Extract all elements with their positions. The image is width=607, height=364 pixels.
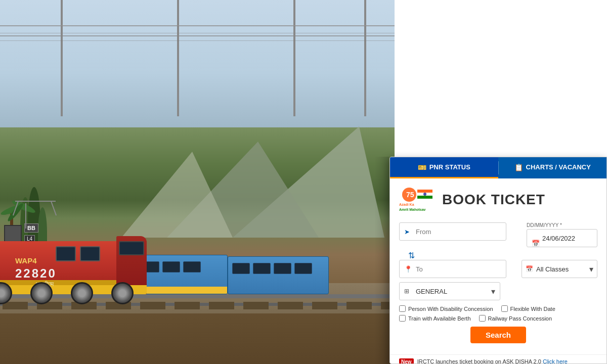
chart-icon: 📋 — [514, 163, 523, 171]
locomotive: CAB.1 WAP4 22820 आरपीएम दरे — [0, 229, 147, 294]
search-button[interactable]: Search — [470, 327, 526, 343]
svg-point-5 — [423, 193, 426, 196]
pantograph-horiz — [15, 201, 56, 202]
location-to-icon: 📍 — [404, 265, 412, 273]
svg-text:Amrit Mahotsav: Amrit Mahotsav — [399, 208, 426, 211]
pantograph-vert — [25, 203, 26, 229]
date-label: DD/MM/YYYY * — [527, 222, 597, 228]
news-item-1: New IRCTC launches ticket booking on ASK… — [399, 358, 597, 364]
quota-row: ⊞ GENERAL TATKAL PREMIUM TATKAL LADIES L… — [399, 282, 597, 300]
wheel-4 — [111, 282, 134, 304]
book-ticket-title: BOOK TICKET — [442, 192, 545, 208]
checkboxes-row: Person With Disability Concession Flexib… — [399, 305, 597, 322]
wheel-2 — [30, 282, 53, 304]
svg-rect-2 — [417, 190, 432, 193]
news-text-1: IRCTC launches ticket booking on ASK DIS… — [417, 358, 543, 364]
new-badge-1: New — [399, 358, 414, 364]
news-link-1[interactable]: Click here — [543, 358, 568, 364]
disability-concession-input[interactable] — [399, 305, 406, 312]
tab-charts-vacancy[interactable]: 📋 CHARTS / VACANCY — [499, 157, 607, 178]
train-car-3 — [228, 256, 329, 294]
svg-rect-4 — [417, 196, 432, 199]
tab-pnr-status[interactable]: 🎫 PNR STATUS — [390, 157, 498, 178]
location-from-icon: ➤ — [404, 228, 410, 236]
power-pole-4 — [364, 0, 366, 116]
irctc-panel: 🎫 PNR STATUS 📋 CHARTS / VACANCY 75 — [389, 157, 607, 364]
calendar-icon: 📅 — [532, 239, 540, 247]
available-berth-checkbox[interactable]: Train with Available Berth — [399, 315, 471, 322]
panel-header: 75 Azadi Ka Amrit Mahotsav BOOK TICKET — [399, 186, 597, 213]
news-section: New IRCTC launches ticket booking on ASK… — [390, 354, 606, 364]
from-date-row: ➤ DD/MM/YYYY * 📅 — [399, 222, 597, 247]
to-classes-row: 📍 📅 All Classes SL 3A 2A 1A CC EC 2S ▾ — [399, 260, 597, 278]
from-wrapper: ➤ — [399, 222, 522, 241]
power-line-2 — [0, 35, 395, 36]
train-scene: BB L4 — [0, 0, 395, 364]
date-wrapper: DD/MM/YYYY * 📅 — [527, 222, 597, 247]
azadi-logo: 75 Azadi Ka Amrit Mahotsav — [399, 186, 435, 213]
wire-1 — [0, 25, 395, 26]
wire-2 — [0, 33, 395, 33]
pnr-tab-label: PNR STATUS — [429, 163, 470, 171]
available-berth-label: Train with Available Berth — [408, 315, 471, 322]
pantograph-diag-2 — [51, 201, 57, 216]
available-berth-input[interactable] — [399, 315, 406, 322]
quota-wrapper: ⊞ GENERAL TATKAL PREMIUM TATKAL LADIES L… — [399, 282, 500, 300]
train-number-label: 22820 — [15, 266, 57, 281]
flexible-date-input[interactable] — [501, 305, 508, 312]
flexible-date-label: Flexible With Date — [510, 306, 555, 312]
panel-body: 75 Azadi Ka Amrit Mahotsav BOOK TICKET ➤ — [390, 178, 606, 354]
mountain-3 — [121, 152, 233, 238]
ticket-icon: 🎫 — [418, 163, 426, 171]
to-input[interactable] — [399, 260, 506, 278]
railway-pass-label: Railway Pass Concession — [488, 315, 552, 322]
power-pole-3 — [293, 0, 295, 116]
disability-concession-label: Person With Disability Concession — [408, 306, 493, 312]
disability-concession-checkbox[interactable]: Person With Disability Concession — [399, 305, 493, 312]
svg-text:75: 75 — [406, 191, 414, 199]
panel-tabs: 🎫 PNR STATUS 📋 CHARTS / VACANCY — [390, 157, 606, 178]
quota-select[interactable]: GENERAL TATKAL PREMIUM TATKAL LADIES LOW… — [399, 282, 500, 300]
quota-icon: ⊞ — [404, 288, 409, 295]
power-pole-2 — [177, 0, 179, 116]
to-wrapper: 📍 — [399, 260, 516, 278]
power-pole-1 — [61, 0, 63, 116]
charts-tab-label: CHARTS / VACANCY — [526, 163, 591, 171]
classes-wrapper: 📅 All Classes SL 3A 2A 1A CC EC 2S ▾ — [522, 260, 597, 278]
flexible-date-checkbox[interactable]: Flexible With Date — [501, 305, 555, 312]
svg-text:Azadi Ka: Azadi Ka — [399, 203, 414, 206]
railway-pass-input[interactable] — [479, 315, 486, 322]
train-model-label: WAP4 — [15, 256, 37, 265]
from-input[interactable] — [399, 222, 506, 241]
classes-icon: 📅 — [526, 265, 533, 272]
sleepers — [0, 302, 395, 309]
railway-pass-checkbox[interactable]: Railway Pass Concession — [479, 315, 552, 322]
wheel-3 — [71, 282, 93, 304]
rail-top — [0, 294, 395, 298]
wire-3 — [0, 40, 395, 41]
